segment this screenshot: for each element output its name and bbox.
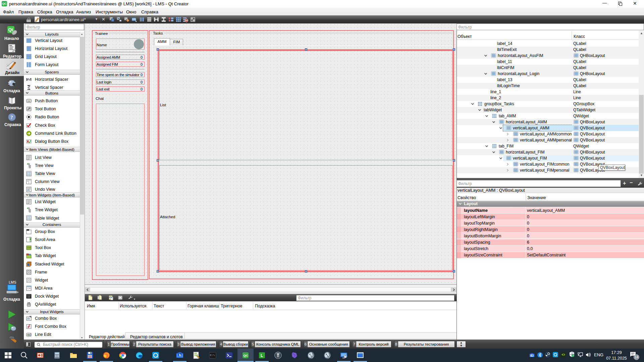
svg-text:?: ? [10, 115, 13, 120]
svg-text:C:\: C:\ [210, 354, 215, 357]
svg-text:Qt: Qt [8, 27, 13, 32]
svg-text:b: b [179, 353, 181, 357]
svg-text:L: L [261, 353, 263, 358]
svg-text:123: 123 [132, 18, 136, 20]
svg-text:AB: AB [27, 334, 30, 336]
svg-text:QC: QC [244, 354, 248, 357]
svg-text:OK: OK [28, 100, 31, 102]
